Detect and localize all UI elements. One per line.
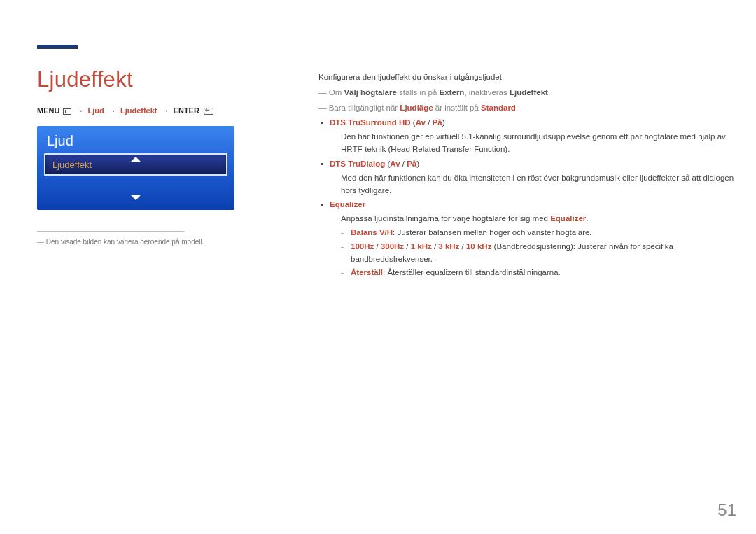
note-rule bbox=[37, 231, 184, 232]
breadcrumb-enter: ENTER bbox=[174, 106, 200, 115]
feature-head: DTS TruSurround HD bbox=[330, 118, 411, 127]
note-1-b2: Extern bbox=[440, 88, 465, 97]
note-2-pre: Bara tillgängligt när bbox=[329, 104, 400, 112]
note-1: Om Välj högtalare ställs in på Extern, i… bbox=[318, 87, 735, 99]
page-number: 51 bbox=[718, 500, 736, 520]
opt: På bbox=[433, 118, 442, 127]
feature-item-equalizer: Equalizer Anpassa ljudinställningarna fö… bbox=[318, 199, 735, 279]
breadcrumb-seg2: Ljudeffekt bbox=[120, 106, 158, 115]
note-1-pre: Om bbox=[329, 88, 344, 97]
feature-head: DTS TruDialog bbox=[330, 160, 385, 168]
note-1-mid: ställs in på bbox=[397, 88, 440, 97]
feature-item-trudialog: DTS TruDialog (Av / På) Med den här funk… bbox=[318, 158, 735, 197]
note-1-mid2: , inaktiveras bbox=[464, 88, 510, 97]
opt: Av bbox=[416, 118, 426, 127]
eq-band: 3 kHz bbox=[438, 242, 459, 251]
note-1-b3: Ljudeffekt bbox=[510, 88, 548, 97]
eq-sub-reset: Återställ: Återställer equalizern till s… bbox=[341, 267, 735, 279]
note-2-end: . bbox=[516, 104, 518, 112]
header-rule bbox=[37, 48, 756, 48]
note-1-b1: Välj högtalare bbox=[344, 88, 396, 97]
chevron-down-icon[interactable] bbox=[131, 195, 141, 200]
menu-icon bbox=[63, 108, 71, 115]
note-2: Bara tillgängligt när Ljudläge är instäl… bbox=[318, 102, 735, 115]
eq-sub-text: : Justerar balansen mellan höger och vän… bbox=[393, 228, 592, 237]
feature-head: Equalizer bbox=[330, 200, 365, 209]
intro-text: Konfigurera den ljudeffekt du önskar i u… bbox=[318, 71, 735, 84]
page-title: Ljudeffekt bbox=[37, 67, 133, 92]
note-2-a2: Standard bbox=[481, 104, 516, 112]
eq-sub-text: : Återställer equalizern till standardin… bbox=[383, 268, 561, 276]
feature-body: Anpassa ljudinställningarna för varje hö… bbox=[330, 213, 735, 225]
content-area: Konfigurera den ljudeffekt du önskar i u… bbox=[318, 71, 735, 281]
menu-panel: Ljud Ljudeffekt bbox=[37, 126, 234, 210]
feature-list: DTS TruSurround HD (Av / På) Den här fun… bbox=[318, 117, 735, 279]
eq-sub-accent: Balans V/H bbox=[351, 228, 393, 237]
arrow-icon: → bbox=[162, 106, 169, 115]
feature-item-trusurround: DTS TruSurround HD (Av / På) Den här fun… bbox=[318, 117, 735, 155]
note-2-a1: Ljudläge bbox=[400, 104, 433, 112]
eq-band: 100Hz bbox=[351, 242, 374, 251]
menu-panel-header: Ljud bbox=[37, 126, 234, 153]
equalizer-sublist: Balans V/H: Justerar balansen mellan hög… bbox=[330, 227, 735, 279]
eq-band: 10 kHz bbox=[466, 242, 491, 251]
opt: På bbox=[407, 160, 416, 168]
note-1-end: . bbox=[548, 88, 550, 97]
note-2-mid: är inställt på bbox=[433, 104, 481, 112]
header-accent-bar bbox=[37, 45, 78, 49]
feature-body: Med den här funktionen kan du öka intens… bbox=[330, 172, 735, 197]
eq-sub-balance: Balans V/H: Justerar balansen mellan hög… bbox=[341, 227, 735, 239]
arrow-icon: → bbox=[76, 106, 84, 115]
eq-sub-accent: Återställ bbox=[351, 268, 383, 276]
panel-footnote: Den visade bilden kan variera beroende p… bbox=[37, 238, 204, 246]
breadcrumb: MENU → Ljud → Ljudeffekt → ENTER bbox=[37, 106, 214, 115]
opt: Av bbox=[390, 160, 400, 168]
eq-band: 300Hz bbox=[381, 242, 404, 251]
enter-icon bbox=[204, 108, 214, 115]
chevron-up-icon[interactable] bbox=[131, 157, 141, 162]
eq-sub-bands: 100Hz / 300Hz / 1 kHz / 3 kHz / 10 kHz (… bbox=[341, 241, 735, 266]
breadcrumb-seg1: Ljud bbox=[88, 106, 104, 115]
eq-body-end: . bbox=[586, 214, 588, 223]
breadcrumb-menu: MENU bbox=[37, 106, 59, 115]
feature-opts: (Av / På) bbox=[387, 160, 419, 168]
eq-body-accent: Equalizer bbox=[550, 214, 586, 223]
eq-body-pre: Anpassa ljudinställningarna för varje hö… bbox=[341, 214, 550, 223]
arrow-icon: → bbox=[108, 106, 116, 115]
eq-band: 1 kHz bbox=[411, 242, 432, 251]
feature-opts: (Av / På) bbox=[413, 118, 445, 127]
feature-body: Den här funktionen ger en virtuell 5.1-k… bbox=[330, 131, 735, 156]
